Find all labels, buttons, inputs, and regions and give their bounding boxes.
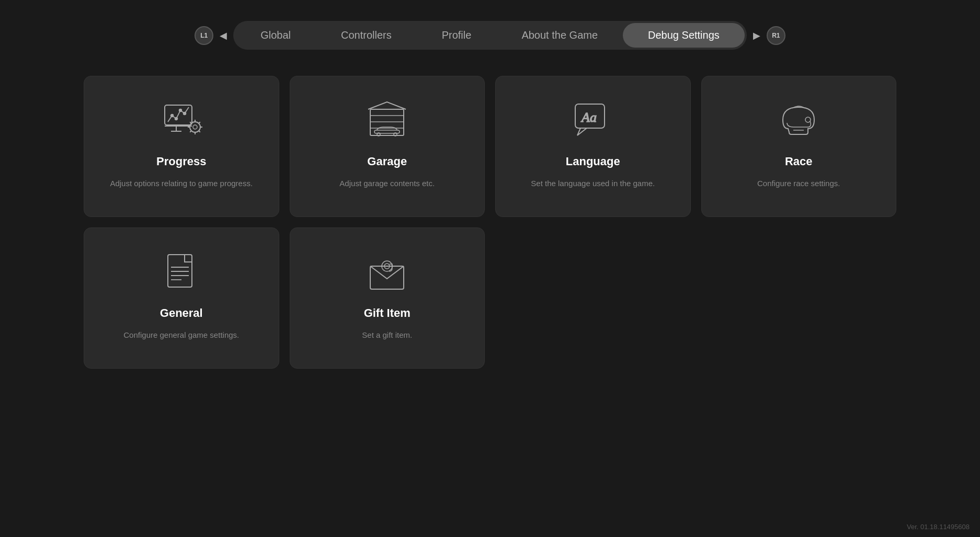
garage-desc: Adjust garage contents etc. xyxy=(339,178,435,190)
version-text: Ver. 01.18.11495608 xyxy=(907,523,970,531)
grid-item-language[interactable]: Aa Language Set the language used in the… xyxy=(495,76,691,217)
garage-title: Garage xyxy=(367,155,407,168)
garage-icon xyxy=(363,97,411,144)
progress-icon xyxy=(158,97,205,144)
svg-line-16 xyxy=(190,131,191,132)
svg-point-28 xyxy=(805,117,811,122)
race-title: Race xyxy=(785,155,813,168)
grid-item-garage[interactable]: Garage Adjust garage contents etc. xyxy=(290,76,485,217)
grid-item-general[interactable]: General Configure general game settings. xyxy=(84,227,279,369)
tab-about[interactable]: About the Game xyxy=(496,23,623,48)
grid-item-race[interactable]: Race Configure race settings. xyxy=(701,76,897,217)
svg-line-17 xyxy=(199,122,200,123)
svg-rect-18 xyxy=(370,109,404,135)
svg-point-4 xyxy=(170,115,173,117)
general-title: General xyxy=(160,306,203,320)
svg-point-8 xyxy=(190,122,200,132)
svg-rect-29 xyxy=(168,255,192,287)
general-icon xyxy=(158,249,205,296)
tab-profile[interactable]: Profile xyxy=(417,23,497,48)
race-desc: Configure race settings. xyxy=(757,178,840,190)
svg-line-15 xyxy=(199,131,200,132)
race-icon xyxy=(775,97,822,144)
nav-tabs: Global Controllers Profile About the Gam… xyxy=(233,21,747,50)
nav-right-arrow[interactable]: ▶ xyxy=(751,30,762,41)
svg-text:Aa: Aa xyxy=(580,110,597,125)
gift-icon xyxy=(363,249,411,296)
svg-point-5 xyxy=(175,118,177,120)
language-title: Language xyxy=(566,155,620,168)
grid-item-progress[interactable]: Progress Adjust options relating to game… xyxy=(84,76,279,217)
language-desc: Set the language used in the game. xyxy=(531,178,655,190)
language-icon: Aa xyxy=(569,97,617,144)
tab-controllers[interactable]: Controllers xyxy=(316,23,417,48)
nav-bar: L1 ◀ Global Controllers Profile About th… xyxy=(0,0,980,50)
progress-desc: Adjust options relating to game progress… xyxy=(110,178,253,190)
svg-point-7 xyxy=(183,112,186,115)
l1-button[interactable]: L1 xyxy=(195,26,213,45)
nav-left-arrow[interactable]: ◀ xyxy=(218,30,229,41)
tab-debug[interactable]: Debug Settings xyxy=(623,23,745,48)
svg-point-9 xyxy=(193,125,197,129)
tab-global[interactable]: Global xyxy=(235,23,316,48)
settings-grid: Progress Adjust options relating to game… xyxy=(0,55,980,390)
svg-point-6 xyxy=(179,109,181,112)
grid-item-gift[interactable]: Gift Item Set a gift item. xyxy=(290,227,485,369)
gift-desc: Set a gift item. xyxy=(362,329,412,341)
r1-button[interactable]: R1 xyxy=(767,26,785,45)
gift-title: Gift Item xyxy=(364,306,411,320)
svg-line-14 xyxy=(190,122,191,123)
progress-title: Progress xyxy=(156,155,206,168)
general-desc: Configure general game settings. xyxy=(123,329,239,341)
